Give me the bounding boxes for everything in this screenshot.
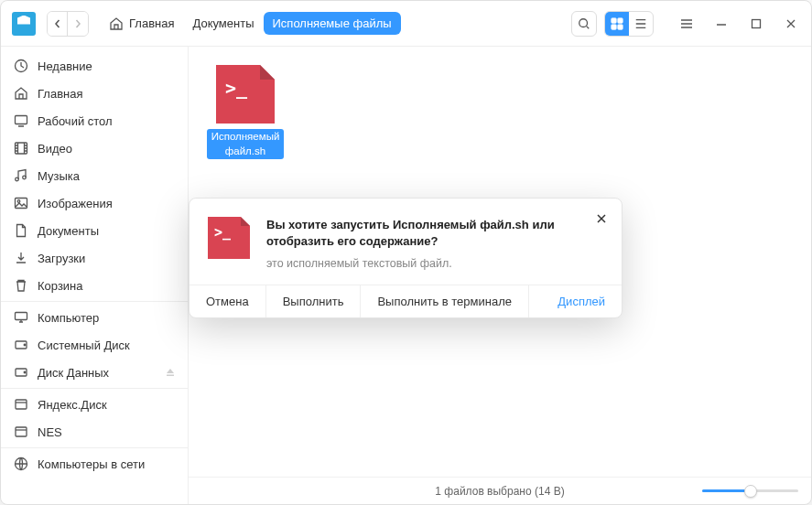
sidebar-item-label: Музыка <box>38 169 80 183</box>
view-list-button[interactable] <box>629 12 653 36</box>
menu-button[interactable] <box>677 15 696 33</box>
sidebar-item-label: Изображения <box>38 197 113 210</box>
sidebar-item-label: Компьютеры в сети <box>38 457 145 471</box>
sidebar-item-label: Рабочий стол <box>38 114 113 128</box>
file-manager-window: ГлавнаяДокументыИсполняемые файлы <box>0 0 812 505</box>
dialog-title: Вы хотите запустить Исполняемый файл.sh … <box>266 217 603 250</box>
dialog-subtitle: это исполняемый текстовый файл. <box>266 257 603 270</box>
file-label: Исполняемый файл.sh <box>207 129 284 159</box>
sidebar-item-label: Главная <box>38 87 82 101</box>
sidebar-item-system-disk[interactable]: Системный Диск <box>1 331 188 359</box>
breadcrumb-item[interactable]: Документы <box>183 12 263 35</box>
maximize-button[interactable] <box>747 15 765 33</box>
nav-forward-button[interactable] <box>68 12 88 36</box>
dialog-run-button[interactable]: Выполнить <box>266 285 362 317</box>
svg-rect-7 <box>16 116 27 124</box>
app-icon <box>12 12 36 36</box>
svg-rect-11 <box>16 199 27 209</box>
svg-point-17 <box>24 371 26 373</box>
breadcrumb-label: Исполняемые файлы <box>273 16 392 30</box>
sidebar-item-data-disk[interactable]: Диск Данных <box>1 359 188 386</box>
svg-rect-1 <box>612 17 616 22</box>
minimize-button[interactable] <box>712 15 731 33</box>
dialog-display-button[interactable]: Дисплей <box>541 285 622 317</box>
display-icon <box>14 113 28 128</box>
sidebar-item-network[interactable]: Компьютеры в сети <box>1 450 188 478</box>
disk-icon <box>14 338 28 352</box>
svg-point-0 <box>579 18 588 27</box>
dialog-run-terminal-button[interactable]: Выполнить в терминале <box>361 285 529 317</box>
sidebar-item-desktop[interactable]: Рабочий стол <box>1 107 188 134</box>
breadcrumb-label: Документы <box>192 16 254 30</box>
sidebar-item-label: Видео <box>38 142 72 156</box>
svg-rect-5 <box>752 19 761 27</box>
sidebar-item-documents[interactable]: Документы <box>1 217 188 244</box>
status-text: 1 файлов выбрано (14 B) <box>435 485 564 498</box>
sidebar-item-downloads[interactable]: Загрузки <box>1 244 188 272</box>
sidebar-item-home[interactable]: Главная <box>1 80 188 107</box>
breadcrumb: ГлавнаяДокументыИсполняемые файлы <box>100 12 401 36</box>
computer-icon <box>14 310 28 325</box>
dialog-buttons: Отмена Выполнить Выполнить в терминале Д… <box>189 285 622 317</box>
download-icon <box>14 251 28 265</box>
sidebar-item-yandex-disk[interactable]: Яндекс.Диск <box>1 391 188 418</box>
sidebar-item-label: Загрузки <box>38 252 85 265</box>
dialog-cancel-button[interactable]: Отмена <box>189 285 266 317</box>
dialog-close-button[interactable] <box>594 211 609 226</box>
disk-icon <box>14 365 28 380</box>
home-icon <box>109 16 124 31</box>
sidebar-item-nes[interactable]: NES <box>1 418 188 446</box>
sidebar-item-label: Корзина <box>38 279 83 293</box>
eject-icon[interactable] <box>166 368 175 377</box>
titlebar: ГлавнаяДокументыИсполняемые файлы <box>1 1 811 47</box>
svg-rect-3 <box>612 24 616 28</box>
sidebar-item-label: Яндекс.Диск <box>38 398 107 412</box>
svg-rect-4 <box>618 24 623 28</box>
search-button[interactable] <box>571 11 597 37</box>
sidebar-item-videos[interactable]: Видео <box>1 134 188 162</box>
sidebar-item-trash[interactable]: Корзина <box>1 272 188 299</box>
svg-rect-2 <box>618 17 623 22</box>
breadcrumb-item[interactable]: Исполняемые файлы <box>264 12 401 35</box>
sidebar-item-music[interactable]: Музыка <box>1 162 188 189</box>
zoom-slider[interactable] <box>702 489 798 492</box>
file-sh-icon: >_ <box>216 65 275 124</box>
svg-rect-13 <box>16 313 27 320</box>
network-icon <box>14 457 28 471</box>
sidebar-item-label: Документы <box>38 224 99 238</box>
sidebar-item-label: Недавние <box>38 59 92 73</box>
breadcrumb-item[interactable]: Главная <box>100 12 183 36</box>
music-icon <box>14 168 28 183</box>
nav-group <box>47 11 89 37</box>
document-icon <box>14 223 28 238</box>
sidebar-item-label: Диск Данных <box>38 366 109 380</box>
sidebar-item-computer[interactable]: Компьютер <box>1 304 188 331</box>
run-dialog: >_ Вы хотите запустить Исполняемый файл.… <box>189 198 623 318</box>
view-toggle <box>604 11 654 37</box>
image-icon <box>14 196 28 210</box>
close-button[interactable] <box>782 15 800 33</box>
svg-point-9 <box>16 177 19 181</box>
yandex-icon <box>14 424 28 439</box>
trash-icon <box>14 278 28 293</box>
dialog-file-icon: >_ <box>208 217 250 259</box>
sidebar-item-label: NES <box>38 425 62 439</box>
svg-rect-19 <box>16 427 27 436</box>
view-icon-button[interactable] <box>605 12 629 36</box>
svg-point-12 <box>17 200 20 203</box>
svg-point-10 <box>23 176 27 179</box>
svg-point-15 <box>24 344 26 346</box>
clock-icon <box>14 59 28 73</box>
nav-back-button[interactable] <box>48 12 68 36</box>
yandex-icon <box>14 397 28 412</box>
sidebar-item-label: Компьютер <box>38 311 99 325</box>
statusbar: 1 файлов выбрано (14 B) <box>189 477 811 504</box>
sidebar-item-recent[interactable]: Недавние <box>1 52 188 80</box>
breadcrumb-label: Главная <box>129 16 174 30</box>
svg-rect-18 <box>16 400 27 409</box>
sidebar: НедавниеГлавнаяРабочий столВидеоМузыкаИз… <box>1 47 189 504</box>
file-item[interactable]: >_Исполняемый файл.sh <box>201 59 289 165</box>
home-icon <box>14 86 28 101</box>
film-icon <box>14 141 28 156</box>
sidebar-item-pictures[interactable]: Изображения <box>1 189 188 217</box>
